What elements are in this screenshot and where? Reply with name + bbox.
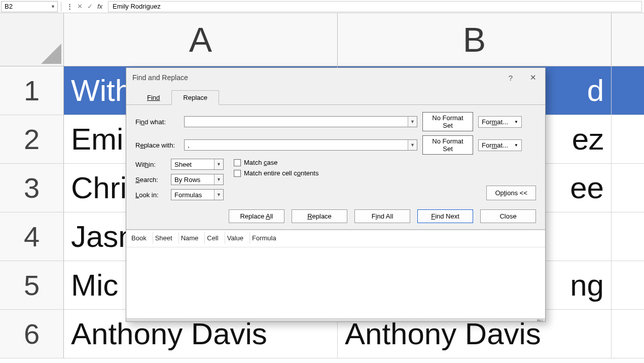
btn-label: Replace <box>307 212 332 220</box>
replace-format-label: Format... <box>482 141 508 149</box>
btn-label: Replace All <box>240 212 273 220</box>
formula-value: Emily Rodriguez <box>113 3 161 10</box>
accept-formula-icon[interactable]: ✓ <box>85 2 95 12</box>
chevron-down-icon[interactable]: ▼ <box>408 117 417 127</box>
find-format-status: No Format Set <box>422 112 473 131</box>
results-col-sheet[interactable]: Sheet <box>153 232 179 244</box>
replace-button[interactable]: Replace <box>292 209 347 223</box>
replace-with-value[interactable]: , <box>185 140 408 150</box>
find-all-button[interactable]: Find All <box>354 209 410 223</box>
cancel-formula-icon[interactable]: ✕ <box>75 2 85 12</box>
results-col-cell[interactable]: Cell <box>205 232 225 244</box>
select-all-corner[interactable] <box>0 13 64 66</box>
options-labels-col: Within: Sheet ▼ Search: By Rows ▼ Look i… <box>135 159 224 200</box>
cell-rest[interactable] <box>612 310 644 358</box>
results-col-book[interactable]: Book <box>129 232 153 244</box>
row-header[interactable]: 2 <box>0 115 64 163</box>
col-header-b[interactable]: B <box>338 13 612 66</box>
match-entire-label: Match entire cell contents <box>244 169 318 177</box>
replace-with-label: Replace with: <box>135 141 179 149</box>
cell-rest[interactable] <box>612 261 644 309</box>
chevron-down-icon[interactable]: ▼ <box>214 159 223 169</box>
tab-find-label: Find <box>147 94 160 101</box>
grip-icon <box>537 319 543 321</box>
cell-rest[interactable] <box>612 66 644 115</box>
checkbox-icon[interactable] <box>234 170 241 177</box>
fx-icon[interactable]: fx <box>95 2 105 12</box>
chevron-down-icon[interactable]: ▼ <box>51 4 55 9</box>
cell-rest[interactable] <box>612 115 644 163</box>
row-header[interactable]: 3 <box>0 164 64 212</box>
find-what-input[interactable]: ▼ <box>184 116 417 127</box>
close-icon[interactable]: ✕ <box>523 70 543 85</box>
options-label: Options << <box>495 189 527 197</box>
match-case-label: Match case <box>244 159 277 166</box>
within-select[interactable]: Sheet ▼ <box>171 159 224 170</box>
match-entire-row[interactable]: Match entire cell contents <box>234 169 318 177</box>
col-header-a[interactable]: A <box>64 13 338 66</box>
cell-rest[interactable] <box>612 164 644 212</box>
find-format-label: Format... <box>482 118 508 126</box>
row-header[interactable]: 1 <box>0 66 64 115</box>
results-header: Book Sheet Name Cell Value Formula <box>126 230 545 247</box>
dialog-titlebar[interactable]: Find and Replace ? ✕ <box>126 68 545 87</box>
replace-format-status: No Format Set <box>422 135 473 155</box>
tab-replace[interactable]: Replace <box>171 90 219 105</box>
row-header[interactable]: 4 <box>0 212 64 261</box>
titlebar-controls: ? ✕ <box>500 70 543 85</box>
close-button[interactable]: Close <box>480 209 536 223</box>
lookin-select[interactable]: Formulas ▼ <box>171 189 224 200</box>
find-what-value[interactable] <box>185 117 408 127</box>
btn-label: Find All <box>372 212 393 220</box>
replace-format-button[interactable]: Format... ▼ <box>478 139 522 151</box>
btn-label: Find Next <box>431 212 459 220</box>
cell-rest[interactable] <box>612 212 644 261</box>
options-button[interactable]: Options << <box>486 186 536 200</box>
tab-panel: Find what: ▼ No Format Set Format... ▼ R… <box>126 104 545 204</box>
more-icon[interactable]: ⋮ <box>64 2 75 12</box>
replace-all-button[interactable]: Replace All <box>229 209 284 223</box>
col-header-rest <box>612 13 644 66</box>
results-col-formula[interactable]: Formula <box>250 232 282 244</box>
chevron-down-icon[interactable]: ▼ <box>408 140 417 150</box>
within-label: Within: <box>135 161 166 168</box>
row-header[interactable]: 6 <box>0 310 64 358</box>
search-label: Search: <box>135 176 166 184</box>
within-value: Sheet <box>171 159 214 169</box>
match-case-row[interactable]: Match case <box>234 159 318 166</box>
checkbox-col: Match case Match entire cell contents <box>234 159 318 177</box>
lookin-label: Look in: <box>135 191 166 199</box>
results-panel: Book Sheet Name Cell Value Formula <box>126 229 545 318</box>
formula-input[interactable]: Emily Rodriguez <box>108 1 642 12</box>
results-col-value[interactable]: Value <box>225 232 250 244</box>
find-format-button[interactable]: Format... ▼ <box>478 116 522 128</box>
tab-find[interactable]: Find <box>135 90 171 105</box>
checkbox-icon[interactable] <box>234 159 241 166</box>
search-value: By Rows <box>171 174 214 185</box>
find-what-row: Find what: ▼ No Format Set Format... ▼ <box>135 112 536 131</box>
find-what-label: Find what: <box>135 118 179 126</box>
name-box-value: B2 <box>5 3 13 10</box>
dialog-buttons: Replace All Replace Find All Find Next C… <box>126 204 545 229</box>
tab-replace-label: Replace <box>183 94 207 101</box>
options-area: Within: Sheet ▼ Search: By Rows ▼ Look i… <box>135 159 536 200</box>
results-col-name[interactable]: Name <box>179 232 205 244</box>
chevron-down-icon[interactable]: ▼ <box>214 174 223 185</box>
replace-with-input[interactable]: , ▼ <box>184 139 417 151</box>
separator <box>61 2 61 12</box>
help-icon[interactable]: ? <box>500 70 521 85</box>
search-select[interactable]: By Rows ▼ <box>171 174 224 185</box>
chevron-down-icon: ▼ <box>514 120 518 124</box>
find-replace-dialog: Find and Replace ? ✕ Find Replace Find w… <box>126 67 546 322</box>
dialog-title: Find and Replace <box>132 74 188 82</box>
resize-handle[interactable] <box>126 318 545 321</box>
formula-bar: B2 ▼ ⋮ ✕ ✓ fx Emily Rodriguez <box>0 0 644 13</box>
chevron-down-icon: ▼ <box>514 143 518 148</box>
replace-with-row: Replace with: , ▼ No Format Set Format..… <box>135 135 536 155</box>
results-body[interactable] <box>126 247 545 318</box>
row-header[interactable]: 5 <box>0 261 64 309</box>
chevron-down-icon[interactable]: ▼ <box>214 190 223 200</box>
find-next-button[interactable]: Find Next <box>417 209 473 223</box>
lookin-value: Formulas <box>171 190 214 200</box>
name-box[interactable]: B2 ▼ <box>1 1 58 12</box>
